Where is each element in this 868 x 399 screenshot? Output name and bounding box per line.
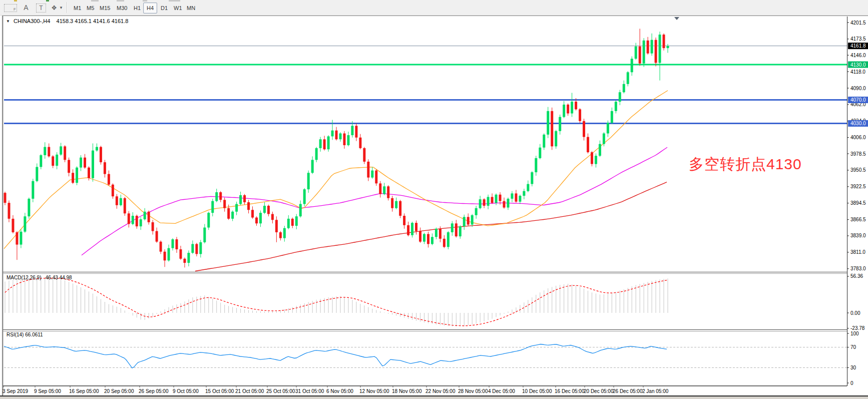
candle-body [187,253,190,263]
candle-body [156,231,158,242]
date-tick-label: 9 Oct 05:00 [173,388,199,394]
candle-body [195,244,198,254]
candle-body [643,41,645,64]
candle-body [251,210,254,217]
date-tick-label: 3 Sep 2019 [3,388,29,394]
candle-body [571,102,573,114]
chart-annotation-text[interactable]: 多空转折点4130 [689,154,802,175]
date-tick-label: 18 Nov 05:00 [392,388,422,394]
price-badge-label: 4130.0 [850,62,866,68]
candle-body [455,223,458,236]
candle-body [403,216,405,225]
candle-body [8,203,10,219]
candle-body [319,139,322,148]
price-tick-label: 4173.5 [850,36,866,42]
candle-body [591,152,593,164]
candle-body [399,201,401,216]
candle-body [323,139,326,149]
candle-body [88,168,90,178]
candle-body [479,199,482,208]
candle-body [395,201,397,208]
candle-body [215,192,218,201]
date-tick-label: 26 Sep 05:00 [139,388,169,394]
candle-body [635,47,637,59]
candle-body [383,186,385,194]
candle-body [615,102,617,111]
candle-body [507,199,509,208]
date-tick-label: 9 Sep 05:00 [34,388,61,394]
candle-body [527,184,529,191]
candle-body [555,131,557,147]
candle-body [275,220,278,232]
candle-body [175,239,178,249]
candle-body [439,229,442,239]
candle-body [104,162,106,174]
candle-body [607,123,609,133]
date-tick-label: 10 Dec 05:00 [522,388,552,394]
candle-body [575,102,577,109]
candle-body [40,155,42,167]
price-tick-label: 4146.0 [850,53,866,58]
candle-body [100,147,102,163]
candle-body [511,193,513,199]
candle-body [331,131,334,137]
candle-body [191,244,194,253]
candle-body [211,201,214,213]
candle-body [351,126,353,135]
candle-body [12,219,14,232]
candle-body [28,199,30,216]
candle-body [291,219,294,226]
candle-body [531,172,533,184]
candle-body [307,173,310,189]
candle-body [583,121,585,137]
date-tick-label: 2 Jan 05:00 [642,388,669,394]
candle-body [247,202,250,210]
candle-body [447,232,450,247]
candle-body [579,109,581,121]
price-badge-label: 4070.0 [850,97,866,103]
candle-body [263,206,266,213]
candle-body [467,217,470,224]
date-tick-label: 16 Sep 05:00 [69,388,99,394]
rsi-axis-label: 0 [850,380,853,386]
candle-body [283,228,286,238]
candle-body [407,225,409,235]
candle-body [235,204,238,212]
candle-body [259,213,262,223]
macd-values: 46.43 44.98 [46,275,72,280]
price-badge-label: 4030.0 [850,121,866,126]
bottom-panel-strip [0,396,868,399]
candle-body [543,135,545,148]
candle-body [108,174,110,185]
candle-body [451,223,454,232]
candle-body [335,131,338,140]
candle-body [171,239,174,248]
candle-body [271,214,274,220]
candle-body [379,183,381,194]
candle-body [84,158,86,168]
candle-body [287,219,290,228]
macd-indicator-label: MACD(12,26,9) 46.43 44.98 [7,275,72,280]
candle-body [483,199,486,206]
ma-slow-line [195,182,667,271]
candle-body [651,40,653,54]
candle-body [427,234,429,244]
candle-body [128,213,130,224]
candle-body [160,242,162,252]
candle-body [495,195,498,203]
candle-body [36,167,38,181]
date-tick-label: 15 Oct 05:00 [205,388,234,394]
chart-canvas[interactable]: 4201.54173.54146.04118.04090.04062.04034… [0,0,868,399]
mt4-terminal: { "toolbar": { "grid_icon_label": "F", "… [0,0,868,399]
candle-body [603,134,605,144]
candle-body [647,41,649,54]
ohlc-readout: 4158.3 4165.1 4141.6 4161.8 [57,18,129,24]
candle-body [419,231,421,242]
candle-body [96,147,98,151]
date-tick-label: 20 Dec 05:00 [584,388,614,394]
candle-body [144,212,146,219]
symbol-period-label: CHINA300-,H4 [14,18,50,24]
price-tick-label: 3922.5 [850,184,866,189]
candle-body [168,248,170,261]
symbol-dropdown-icon[interactable]: ▼ [6,19,10,24]
